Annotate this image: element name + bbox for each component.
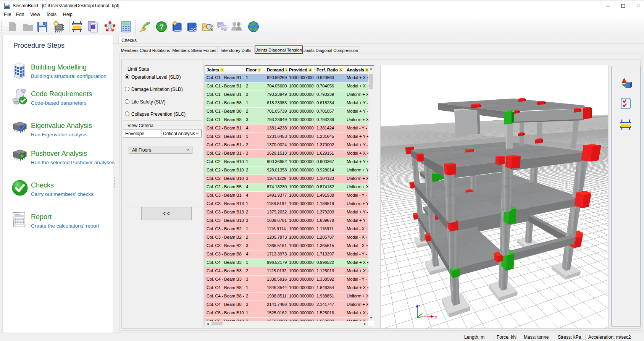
svg-text:z: z [418,304,420,308]
svg-text:?: ? [159,23,164,31]
svg-text:x: x [435,315,437,319]
